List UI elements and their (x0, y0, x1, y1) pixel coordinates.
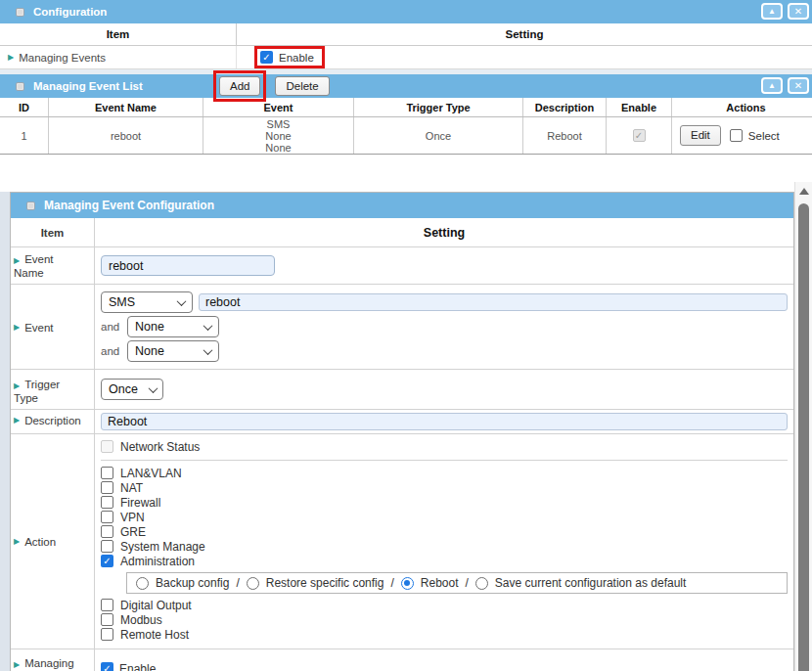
add-button[interactable]: Add (219, 76, 260, 97)
modbus-checkbox[interactable] (101, 613, 113, 626)
event-label: Event (24, 321, 53, 335)
digital-output-checkbox[interactable] (101, 599, 113, 611)
vpn-checkbox[interactable] (101, 511, 113, 523)
managing-events-label: Managing Events (19, 52, 106, 64)
managing-event-list-header: Managing Event List Add Delete ▲ ✕ (0, 74, 812, 98)
managing-event-configuration-panel: Managing Event Configuration Item Settin… (10, 192, 794, 671)
vpn-label: VPN (120, 511, 145, 524)
managing-event-list-title: Managing Event List (33, 80, 205, 92)
digital-output-label: Digital Output (120, 599, 192, 612)
system-manage-checkbox[interactable] (101, 540, 113, 553)
col-actions: Actions (672, 98, 812, 116)
col-trigger-type: Trigger Type (354, 98, 523, 116)
restore-config-label: Restore specific config (266, 576, 384, 590)
firewall-checkbox[interactable] (101, 496, 113, 509)
network-status-checkbox (101, 440, 113, 453)
table-row: 1 reboot SMS None None Once Reboot ✓ Edi… (0, 117, 812, 155)
item-column-header: Item (11, 218, 95, 246)
edit-button[interactable]: Edit (680, 125, 721, 146)
event-name-label-2: Name (14, 267, 44, 279)
network-status-label: Network Status (120, 440, 200, 454)
save-default-radio[interactable] (475, 577, 488, 590)
modbus-label: Modbus (120, 613, 162, 627)
separator: / (390, 576, 393, 590)
firewall-label: Firewall (120, 496, 160, 510)
page-margin (0, 192, 10, 671)
managing-event-row: ▶Managing Event ✓ Enable (11, 649, 793, 671)
action-row: ▶Action Network Status LAN&VLAN NAT Fire… (11, 434, 793, 649)
close-icon[interactable]: ✕ (788, 3, 809, 20)
enable-label: Enable (279, 52, 314, 64)
chevron-down-icon (203, 321, 213, 331)
trigger-type-select[interactable]: Once (101, 379, 163, 400)
nat-label: NAT (120, 481, 143, 495)
panel-header: Managing Event Configuration (11, 193, 793, 218)
row-enable-checkbox: ✓ (633, 129, 646, 142)
event-row: ▶Event SMS reboot and None and (11, 285, 793, 370)
event-name-row: ▶Event Name reboot (11, 247, 793, 285)
action-label: Action (24, 535, 56, 549)
backup-config-label: Backup config (156, 576, 229, 590)
separator: / (466, 576, 469, 590)
section-icon (26, 201, 35, 210)
scrollbar-thumb[interactable] (798, 203, 809, 671)
setting-column-header: Setting (95, 218, 793, 246)
chevron-down-icon (203, 345, 213, 355)
vertical-scrollbar[interactable] (794, 182, 812, 671)
select-checkbox[interactable] (730, 129, 743, 142)
reboot-radio[interactable] (401, 577, 414, 590)
managing-event-label: Managing (24, 657, 74, 669)
event-and1-select[interactable]: None (127, 316, 219, 337)
configuration-header: Configuration ▲ ✕ (0, 0, 812, 23)
collapse-icon[interactable]: ▲ (761, 77, 783, 94)
reboot-label: Reboot (421, 576, 459, 590)
enable-label: Enable (119, 662, 156, 671)
event-type-select[interactable]: SMS (101, 291, 193, 313)
panel-table-header: Item Setting (11, 218, 793, 247)
item-column-header: Item (0, 23, 237, 45)
col-description: Description (523, 98, 607, 116)
col-enable: Enable (607, 98, 672, 116)
lan-vlan-checkbox[interactable] (101, 467, 113, 479)
spacer (0, 155, 812, 182)
backup-config-radio[interactable] (136, 577, 149, 590)
row-trigger-type: Once (354, 117, 523, 154)
administration-checkbox[interactable]: ✓ (101, 555, 113, 567)
row-id: 1 (0, 117, 49, 154)
remote-host-checkbox[interactable] (101, 628, 113, 641)
managing-events-row: ▶ Managing Events ✓ Enable (0, 46, 812, 69)
event-message-input[interactable]: reboot (199, 293, 788, 311)
managing-event-enable-checkbox[interactable]: ✓ (101, 662, 113, 671)
system-manage-label: System Manage (120, 540, 205, 554)
close-icon[interactable]: ✕ (788, 77, 809, 94)
event-list-table-header: ID Event Name Event Trigger Type Descrip… (0, 98, 812, 117)
configuration-panel-region: Managing Event Configuration Item Settin… (0, 182, 812, 671)
setting-column-header: Setting (237, 23, 812, 45)
lan-vlan-label: LAN&VLAN (120, 467, 182, 480)
trigger-type-label: Trigger (24, 379, 60, 390)
select-label: Select (748, 130, 780, 142)
panel-title: Managing Event Configuration (44, 199, 214, 212)
collapse-icon[interactable]: ▲ (761, 3, 783, 20)
configuration-table-header: Item Setting (0, 23, 812, 46)
bullet-arrow-icon: ▶ (14, 324, 20, 332)
scroll-up-icon[interactable] (799, 188, 809, 195)
event-and2-select[interactable]: None (127, 340, 219, 362)
chevron-down-icon (148, 383, 158, 393)
bullet-arrow-icon: ▶ (14, 381, 20, 390)
delete-button[interactable]: Delete (275, 76, 329, 97)
row-event-name: reboot (49, 117, 203, 154)
col-event-name: Event Name (49, 98, 203, 116)
gre-label: GRE (120, 525, 146, 539)
chevron-down-icon (177, 296, 187, 306)
event-name-label: Event (24, 253, 53, 265)
restore-config-radio[interactable] (247, 577, 259, 590)
row-event-types: SMS None None (265, 118, 291, 154)
trigger-type-label-2: Type (14, 392, 38, 404)
managing-events-enable-checkbox[interactable]: ✓ (260, 51, 273, 64)
event-name-input[interactable]: reboot (101, 255, 275, 276)
gre-checkbox[interactable] (101, 525, 113, 538)
nat-checkbox[interactable] (101, 481, 113, 494)
description-input[interactable]: Reboot (101, 413, 788, 430)
and-label: and (101, 321, 122, 333)
